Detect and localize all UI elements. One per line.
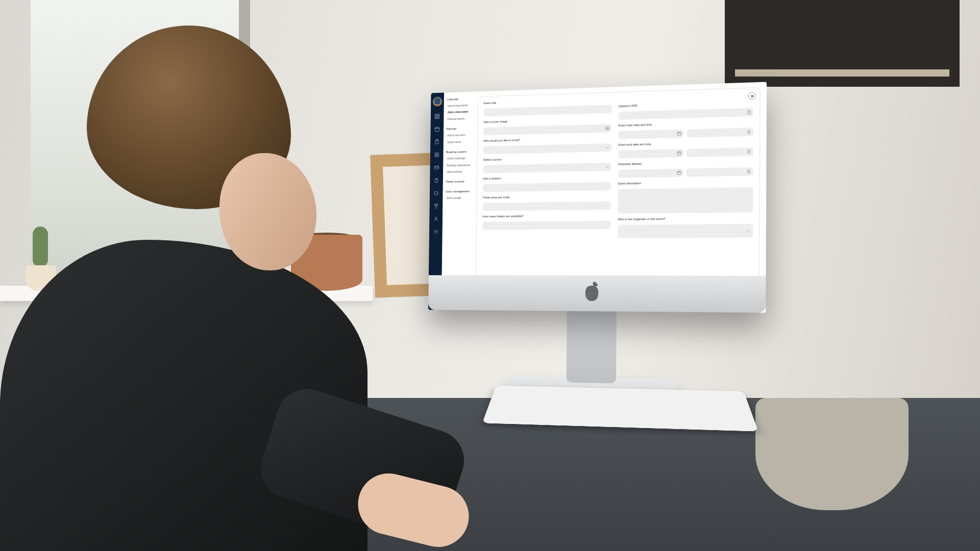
label-ticket-price: Ticket price per invite	[483, 194, 611, 199]
subnav-heading-ticket-scanner[interactable]: Ticket scanner	[446, 180, 471, 184]
event-form-card: Event title Add a cover image Who would …	[475, 87, 760, 307]
subnav-item-add-new-item[interactable]: Add a new item	[446, 133, 472, 137]
input-cover-image[interactable]	[483, 124, 611, 135]
textarea-description[interactable]	[618, 187, 753, 214]
file-icon	[747, 110, 751, 114]
input-location[interactable]	[483, 182, 611, 192]
chevron-down-icon	[746, 229, 751, 233]
input-schedule-date[interactable]	[618, 168, 683, 178]
svg-rect-3	[437, 117, 439, 118]
svg-rect-17	[677, 171, 681, 174]
label-cover-image: Add a cover image	[483, 117, 611, 123]
storage-basket	[755, 398, 909, 510]
input-start-time[interactable]	[687, 128, 753, 137]
input-tickets-available[interactable]	[482, 221, 611, 230]
potted-plant	[276, 189, 378, 291]
svg-rect-1	[438, 114, 439, 116]
svg-point-12	[606, 128, 607, 129]
subnav-heading-calendar: Calendar	[447, 96, 472, 101]
close-button[interactable]	[748, 92, 755, 100]
cactus-plant	[10, 219, 71, 291]
subnav-heading-user-management: User management	[446, 189, 471, 193]
rail-settings-icon[interactable]	[433, 229, 438, 235]
label-tickets-available: How many tickets are available?	[482, 214, 610, 218]
subnav-item-passed-events[interactable]: Passed events	[447, 117, 472, 121]
svg-point-9	[435, 217, 437, 219]
label-location: Add a location	[483, 175, 611, 180]
chevron-down-icon	[605, 145, 609, 150]
subnav-item-upcoming-events[interactable]: Upcoming events	[447, 104, 472, 108]
subnav-item-active-items[interactable]: Active items	[446, 140, 472, 143]
input-organiser[interactable]	[618, 224, 753, 238]
label-end-datetime: Event end date and time	[619, 140, 753, 146]
label-event-title: Event title	[484, 97, 612, 105]
svg-rect-11	[606, 127, 609, 130]
svg-rect-2	[435, 117, 436, 118]
apple-logo-icon	[585, 286, 598, 301]
rail-bag-icon[interactable]	[434, 178, 439, 184]
rail-ticket-icon[interactable]	[433, 190, 439, 196]
input-invite[interactable]	[483, 143, 611, 154]
form-right-column: Upload a PDF Event start date and time E…	[617, 93, 753, 299]
input-select-group[interactable]	[483, 163, 611, 173]
label-organiser: Who is the Organiser or this event?	[618, 216, 753, 220]
form-left-column: Event title Add a cover image Who would …	[482, 97, 612, 298]
calendar-icon	[677, 131, 681, 136]
photo-scene: Calendar Upcoming events Add a new event…	[0, 0, 980, 551]
app-logo[interactable]	[433, 96, 442, 107]
subnav-heading-planner: Planner	[447, 127, 472, 131]
keyboard	[482, 386, 758, 432]
svg-rect-8	[434, 166, 438, 169]
image-icon	[605, 126, 609, 131]
imac-computer: Calendar Upcoming events Add a new event…	[427, 82, 767, 450]
svg-rect-15	[677, 152, 681, 155]
subnav-item-add-new-event[interactable]: Add a new event	[447, 110, 472, 114]
rail-trophy-icon[interactable]	[433, 203, 439, 209]
clock-icon	[747, 130, 751, 134]
label-start-datetime: Event start date and time	[619, 120, 753, 127]
svg-rect-0	[435, 114, 437, 116]
input-ticket-price[interactable]	[482, 202, 611, 211]
subnav-item-booking-attendance[interactable]: Booking attendance	[446, 163, 472, 167]
input-start-date[interactable]	[619, 130, 684, 139]
wall-shelf	[725, 0, 960, 87]
calendar-icon	[677, 170, 681, 175]
chevron-down-icon	[605, 165, 609, 169]
rail-users-icon[interactable]	[433, 216, 439, 222]
rail-calendar-icon[interactable]	[434, 126, 440, 132]
subnav-item-add-profile[interactable]: Add a profile	[446, 196, 471, 200]
label-schedule-delivery: Schedule delivery	[618, 160, 753, 166]
subnav-heading-booking: Booking system	[446, 149, 472, 154]
clock-icon	[746, 169, 751, 174]
svg-rect-13	[677, 132, 681, 135]
label-invite: Who would you like to invite?	[483, 136, 611, 142]
svg-rect-4	[435, 128, 439, 132]
rail-clipboard-icon[interactable]	[434, 139, 439, 145]
calendar-icon	[677, 151, 681, 156]
subnav-item-new-booking[interactable]: New booking	[446, 170, 472, 173]
rail-grid-icon[interactable]	[434, 113, 440, 119]
label-upload-pdf: Upload a PDF	[619, 101, 753, 108]
label-description: Event description	[618, 180, 753, 185]
monitor-chin	[428, 275, 766, 313]
input-end-date[interactable]	[618, 149, 683, 159]
rail-card-icon[interactable]	[434, 165, 439, 171]
subnav-item-active-bookings[interactable]: Active bookings	[446, 157, 472, 160]
input-schedule-time[interactable]	[687, 167, 753, 177]
input-end-time[interactable]	[687, 147, 753, 157]
rail-list-icon[interactable]	[434, 152, 439, 158]
clock-icon	[746, 149, 751, 154]
label-select-group: Select a group	[483, 156, 611, 161]
input-upload-pdf[interactable]	[619, 108, 753, 120]
svg-point-10	[435, 231, 436, 233]
input-event-title[interactable]	[484, 105, 612, 116]
